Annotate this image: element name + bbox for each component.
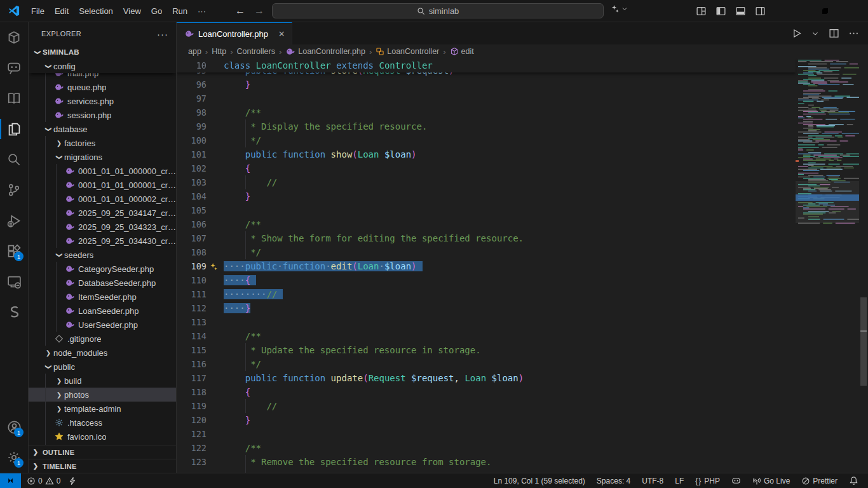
zap-status-icon[interactable] [65,477,80,485]
menu-go[interactable]: Go [146,4,167,18]
tree-item-favicon-ico[interactable]: favicon.ico [29,430,176,444]
status-eol[interactable]: LF [672,477,687,485]
activity-item-book-open[interactable] [0,83,28,114]
activity-item-remote-window[interactable] [0,266,28,297]
nav-forward-icon[interactable]: → [254,5,264,17]
tree-item-migrations[interactable]: ❯migrations [29,150,176,164]
code-line-115[interactable]: 115 * Update the specified resource in s… [177,343,868,357]
tree-item-2025-09-25-034323-create-it-[interactable]: 2025_09_25_034323_create_it... [29,220,176,234]
tree-item--gitignore[interactable]: .gitignore [29,332,176,346]
menu-file[interactable]: File [26,4,50,18]
code-line-102[interactable]: 102 { [177,161,868,175]
toggle-secondary-sidebar-icon[interactable] [755,6,766,17]
tree-item-siminlab[interactable]: ❯SIMINLAB [29,45,176,59]
tree-item-photos[interactable]: ❯photos [29,388,176,402]
tree-item-0001-01-01-000000-create-u-[interactable]: 0001_01_01_000000_create_u... [29,164,176,178]
status-prettier[interactable]: Prettier [798,477,841,485]
code-line-101[interactable]: 101 public function show(Loan $loan) [177,147,868,161]
breadcrumb-loancontroller[interactable]: LoanController [376,47,439,56]
breadcrumb-controllers[interactable]: Controllers [236,47,275,56]
toggle-panel-icon[interactable] [735,6,746,17]
code-line-96[interactable]: 96 } [177,78,868,92]
minimize-button[interactable] [782,0,811,22]
tab-close-icon[interactable]: ✕ [278,29,285,39]
customize-layout-icon[interactable] [696,6,707,17]
code-line-110[interactable]: 110····{ [177,273,868,287]
tree-item-services-php[interactable]: services.php [29,94,176,108]
activity-item-explorer[interactable] [0,114,28,144]
tab-loancontroller[interactable]: LoanController.php ✕ [177,22,292,44]
copilot-sparkle-icon[interactable] [209,262,218,271]
status-go-live[interactable]: Go Live [749,477,793,485]
tree-item-itemseeder-php[interactable]: ItemSeeder.php [29,290,176,304]
activity-item-s-tool[interactable] [0,297,28,327]
tree-item-config[interactable]: ❯config [29,59,176,73]
sticky-scroll-line[interactable]: 10class LoanController extends Controlle… [177,58,796,72]
maximize-button[interactable] [811,0,839,22]
tree-item-categoryseeder-php[interactable]: CategorySeeder.php [29,262,176,276]
menu-moremoremore[interactable]: ··· [193,4,211,18]
breadcrumb-app[interactable]: app [188,47,201,56]
toggle-primary-sidebar-icon[interactable] [715,6,726,17]
status-notifications[interactable] [846,476,862,485]
remote-indicator[interactable] [0,473,21,488]
tree-item-loanseeder-php[interactable]: LoanSeeder.php [29,304,176,318]
activity-item-source-control[interactable] [0,175,28,205]
tree-item-public[interactable]: ❯public [29,360,176,374]
code-line-97[interactable]: 97 [177,92,868,105]
code-line-108[interactable]: 108 */ [177,245,868,259]
minimap[interactable] [796,58,859,473]
explorer-more-actions-icon[interactable]: ··· [157,29,168,39]
breadcrumb-edit[interactable]: edit [450,47,474,56]
menu-run[interactable]: Run [167,4,193,18]
tree-item-2025-09-25-034430-create-l-[interactable]: 2025_09_25_034430_create_l... [29,234,176,248]
code-editor[interactable]: 10class LoanController extends Controlle… [177,58,868,473]
tree-item-databaseseeder-php[interactable]: DatabaseSeeder.php [29,276,176,290]
breadcrumb-http[interactable]: Http [212,47,226,56]
tree-item-queue-php[interactable]: queue.php [29,80,176,94]
tree-item-2025-09-25-034147-create-c-[interactable]: 2025_09_25_034147_create_c... [29,206,176,220]
code-line-122[interactable]: 122 /** [177,441,868,455]
code-line-118[interactable]: 118 { [177,385,868,399]
close-button[interactable] [839,0,868,22]
activity-item-search[interactable] [0,144,28,175]
tree-item-database[interactable]: ❯database [29,122,176,136]
code-line-113[interactable]: 113 [177,315,868,329]
tree-item-build[interactable]: ❯build [29,374,176,388]
section-timeline[interactable]: ❯TIMELINE [29,459,176,473]
code-line-98[interactable]: 98 /** [177,105,868,119]
code-line-124[interactable]: 124 */ [177,469,868,473]
tree-item-partial[interactable] [29,444,176,445]
activity-item-account[interactable]: 1 [0,412,28,442]
vertical-scrollbar[interactable] [859,58,868,473]
tree-item-seeders[interactable]: ❯seeders [29,248,176,262]
code-line-106[interactable]: 106 /** [177,217,868,231]
scrollbar-slider[interactable] [860,297,867,386]
code-line-116[interactable]: 116 */ [177,357,868,371]
code-line-104[interactable]: 104 } [177,189,868,203]
activity-item-extensions[interactable]: 1 [0,236,28,266]
more-icon[interactable] [848,28,859,39]
activity-item-copilot-chat[interactable] [0,53,28,83]
menu-selection[interactable]: Selection [74,4,118,18]
tree-item-session-php[interactable]: session.php [29,108,176,122]
code-line-119[interactable]: 119 // [177,399,868,413]
code-line-95[interactable]: 95 public function store(Request $reques… [177,72,868,78]
code-line-121[interactable]: 121 [177,427,868,441]
code-line-114[interactable]: 114 /** [177,329,868,343]
run-button-icon[interactable] [791,28,802,39]
code-line-105[interactable]: 105 [177,203,868,217]
code-line-120[interactable]: 120 } [177,413,868,427]
code-line-10[interactable]: 10class LoanController extends Controlle… [177,58,796,72]
tree-item-factories[interactable]: ❯factories [29,136,176,150]
nav-back-icon[interactable]: ← [235,5,245,17]
code-line-103[interactable]: 103 // [177,175,868,189]
code-line-100[interactable]: 100 */ [177,133,868,147]
activity-item-box[interactable] [0,22,28,53]
status-copilot-status[interactable] [728,476,744,485]
activity-item-settings-gear[interactable]: 1 [0,442,28,473]
code-line-123[interactable]: 123 * Remove the specified resource from… [177,455,868,469]
chevron-down-icon[interactable] [811,29,820,38]
tree-item-node-modules[interactable]: ❯node_modules [29,346,176,360]
breadcrumb-loancontroller-php[interactable]: LoanController.php [285,46,365,57]
